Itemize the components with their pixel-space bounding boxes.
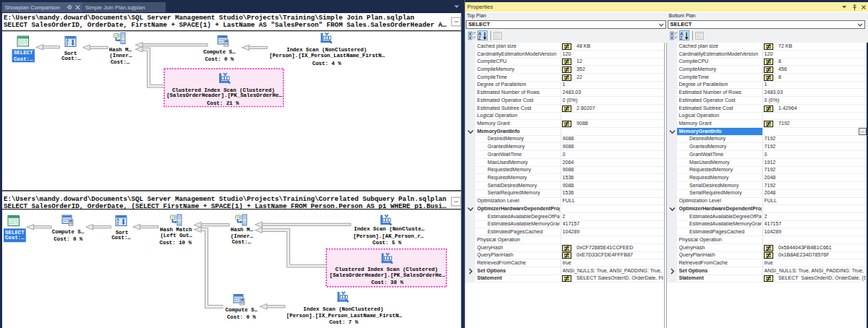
svg-text:Cost: 0 %: Cost: 0 % bbox=[227, 314, 256, 320]
svg-text:Cost: 4 %: Cost: 4 % bbox=[312, 61, 341, 66]
svg-text:[Person].[AK_Person_r…: [Person].[AK_Person_r… bbox=[353, 233, 424, 239]
svg-text:(Inner…: (Inner… bbox=[109, 53, 132, 59]
svg-text:Cost:…: Cost:… bbox=[5, 235, 25, 241]
svg-text:(Left Out…: (Left Out… bbox=[160, 233, 192, 238]
svg-text:Cost:…: Cost:… bbox=[111, 235, 131, 241]
svg-text:[SalesOrderHeader].[PK_SalesOr: [SalesOrderHeader].[PK_SalesOrderHe… bbox=[166, 92, 282, 98]
svg-text:Hash Match: Hash Match bbox=[160, 227, 192, 233]
svg-text:Z: Z bbox=[680, 35, 683, 40]
svg-text:Cost:…: Cost:… bbox=[111, 59, 130, 65]
svg-text:Cost: 10 %: Cost: 10 % bbox=[160, 240, 192, 246]
svg-text:Compute S…: Compute S… bbox=[52, 229, 85, 235]
svg-text:Cost: 21 %: Cost: 21 % bbox=[207, 100, 239, 106]
svg-text:Cost: 38 %: Cost: 38 % bbox=[371, 280, 404, 285]
svg-text:Simple Join Plan.sqlplan: Simple Join Plan.sqlplan bbox=[85, 4, 145, 11]
svg-text:Cost:…: Cost:… bbox=[61, 56, 81, 61]
svg-text:Cost: 7 %: Cost: 7 % bbox=[329, 319, 358, 325]
svg-text:Index Scan (NonClustered): Index Scan (NonClustered) bbox=[303, 306, 383, 312]
svg-text:Cost: 0 %: Cost: 0 % bbox=[205, 56, 234, 62]
svg-text:Hash M…: Hash M… bbox=[109, 47, 132, 53]
svg-text:Hash M…: Hash M… bbox=[231, 227, 254, 233]
svg-text:Index Scan (NonCluste…: Index Scan (NonCluste… bbox=[354, 226, 425, 232]
svg-text:Z: Z bbox=[478, 35, 481, 40]
svg-text:Cost: 5 %: Cost: 5 % bbox=[373, 240, 401, 246]
svg-text:(Inner…: (Inner… bbox=[231, 233, 254, 239]
svg-text:SELECT SalesOrderID, OrderDate: SELECT SalesOrderID, OrderDate, (SELECT … bbox=[4, 202, 446, 210]
svg-text:Cost:…: Cost:… bbox=[231, 239, 251, 245]
svg-text:Showplan Comparison: Showplan Comparison bbox=[5, 4, 60, 11]
svg-text:[Person].[IX_Person_LastName_F: [Person].[IX_Person_LastName_FirstN… bbox=[286, 313, 402, 319]
svg-text:Compute S…: Compute S… bbox=[226, 307, 258, 313]
svg-text:Compute S…: Compute S… bbox=[203, 49, 236, 55]
svg-text:Cost: 0 %: Cost: 0 % bbox=[54, 236, 82, 242]
svg-text:[Person].[IX_Person_LastName_F: [Person].[IX_Person_LastName_FirstN… bbox=[269, 53, 385, 59]
svg-text:Cost:…: Cost:… bbox=[14, 56, 33, 62]
svg-text:SELECT SalesOrderID, OrderDate: SELECT SalesOrderID, OrderDate, FirstNam… bbox=[4, 21, 446, 29]
svg-text:SELECT: SELECT bbox=[14, 50, 33, 56]
svg-text:[SalesOrderHeader].[PK_SalesOr: [SalesOrderHeader].[PK_SalesOrderHe… bbox=[329, 272, 445, 278]
